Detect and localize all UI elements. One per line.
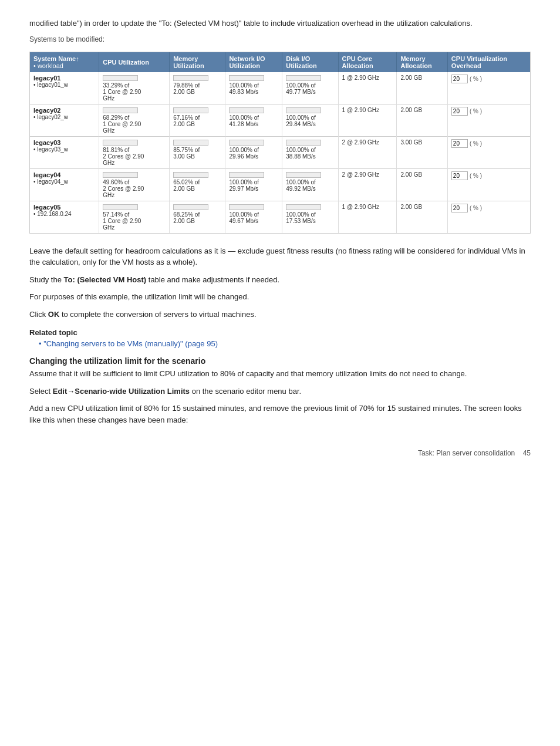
cell-cpu-alloc-2: 2 @ 2.90 GHz — [338, 136, 397, 168]
para3: For purposes of this example, the utiliz… — [29, 291, 531, 303]
cell-disk-util-1: 100.00% of 29.84 MB/s — [282, 104, 338, 136]
cell-cpu-virt-2: ( % ) — [447, 136, 530, 168]
cell-mem-alloc-4: 2.00 GB — [397, 201, 447, 233]
cell-net-util-3: 100.00% of 29.97 Mb/s — [225, 168, 282, 201]
cell-system-1: legacy02 • legacy02_w — [30, 104, 99, 136]
cell-system-3: legacy04 • legacy04_w — [30, 168, 99, 201]
bullet-link-item: • "Changing servers to be VMs (manually)… — [29, 339, 531, 348]
cell-mem-util-3: 65.02% of 2.00 GB — [170, 168, 225, 201]
cell-mem-alloc-1: 2.00 GB — [397, 104, 447, 136]
table-row: legacy05 • 192.168.0.24 57.14% of 1 Core… — [30, 201, 530, 233]
systems-table: System Name↑• workload CPU Utilization M… — [29, 52, 531, 234]
cell-mem-alloc-2: 3.00 GB — [397, 136, 447, 168]
cell-mem-alloc-3: 2.00 GB — [397, 168, 447, 201]
para2: Study the To: (Selected VM Host) table a… — [29, 274, 531, 286]
overhead-input-3[interactable] — [451, 171, 468, 180]
cell-net-util-0: 100.00% of 49.83 Mb/s — [225, 72, 282, 104]
cell-mem-util-0: 79.88% of 2.00 GB — [170, 72, 225, 104]
overhead-input-4[interactable] — [451, 204, 468, 212]
table-label: Systems to be modified: — [29, 35, 531, 43]
changing-servers-link[interactable]: • "Changing servers to be VMs (manually)… — [39, 339, 218, 348]
cell-net-util-1: 100.00% of 41.28 Mb/s — [225, 104, 282, 136]
section-para2: Select Edit→Scenario-wide Utilization Li… — [29, 386, 531, 397]
cell-cpu-util-0: 33.29% of 1 Core @ 2.90GHz — [99, 72, 170, 104]
para4: Click OK to complete the conversion of s… — [29, 309, 531, 320]
cell-cpu-util-2: 81.81% of 2 Cores @ 2.90GHz — [99, 136, 170, 168]
cell-cpu-alloc-0: 1 @ 2.90 GHz — [338, 72, 397, 104]
section-para1: Assume that it will be sufficient to lim… — [29, 368, 531, 380]
cell-disk-util-4: 100.00% of 17.53 MB/s — [282, 201, 338, 233]
cell-disk-util-3: 100.00% of 49.92 MB/s — [282, 168, 338, 201]
cell-net-util-2: 100.00% of 29.96 Mb/s — [225, 136, 282, 168]
table-row: legacy01 • legacy01_w 33.29% of 1 Core @… — [30, 72, 530, 104]
col-cpu-virt: CPU VirtualizationOverhead — [447, 52, 530, 72]
col-cpu-alloc: CPU CoreAllocation — [338, 52, 397, 72]
footer-page: 45 — [523, 449, 531, 457]
cell-system-4: legacy05 • 192.168.0.24 — [30, 201, 99, 233]
cell-cpu-virt-4: ( % ) — [447, 201, 530, 233]
col-mem-util: MemoryUtilization — [170, 52, 225, 72]
cell-net-util-4: 100.00% of 49.67 Mb/s — [225, 201, 282, 233]
cell-system-2: legacy03 • legacy03_w — [30, 136, 99, 168]
cell-mem-util-1: 67.16% of 2.00 GB — [170, 104, 225, 136]
col-net-util: Network I/OUtilization — [225, 52, 282, 72]
cell-mem-alloc-0: 2.00 GB — [397, 72, 447, 104]
col-cpu-util: CPU Utilization — [99, 52, 170, 72]
overhead-input-0[interactable] — [451, 75, 468, 83]
section-para3: Add a new CPU utilization limit of 80% f… — [29, 403, 531, 426]
cell-system-0: legacy01 • legacy01_w — [30, 72, 99, 104]
col-disk-util: Disk I/OUtilization — [282, 52, 338, 72]
intro-text: modified table") in order to update the … — [29, 18, 531, 29]
cell-cpu-virt-1: ( % ) — [447, 104, 530, 136]
table-row: legacy04 • legacy04_w 49.60% of 2 Cores … — [30, 168, 530, 201]
footer-text: Task: Plan server consolidation — [418, 449, 515, 457]
cell-cpu-alloc-4: 1 @ 2.90 GHz — [338, 201, 397, 233]
cell-disk-util-2: 100.00% of 38.88 MB/s — [282, 136, 338, 168]
table-section: Systems to be modified: System Name↑• wo… — [29, 35, 531, 234]
page-footer: Task: Plan server consolidation 45 — [29, 449, 531, 457]
cell-cpu-alloc-3: 2 @ 2.90 GHz — [338, 168, 397, 201]
table-row: legacy02 • legacy02_w 68.29% of 1 Core @… — [30, 104, 530, 136]
cell-cpu-alloc-1: 1 @ 2.90 GHz — [338, 104, 397, 136]
cell-cpu-virt-3: ( % ) — [447, 168, 530, 201]
overhead-input-1[interactable] — [451, 107, 468, 116]
related-topic-heading: Related topic — [29, 328, 531, 337]
col-mem-alloc: MemoryAllocation — [397, 52, 447, 72]
cell-cpu-util-1: 68.29% of 1 Core @ 2.90GHz — [99, 104, 170, 136]
cell-cpu-util-3: 49.60% of 2 Cores @ 2.90GHz — [99, 168, 170, 201]
col-system-name: System Name↑• workload — [30, 52, 99, 72]
overhead-input-2[interactable] — [451, 139, 468, 148]
cell-mem-util-4: 68.25% of 2.00 GB — [170, 201, 225, 233]
cell-cpu-virt-0: ( % ) — [447, 72, 530, 104]
cell-mem-util-2: 85.75% of 3.00 GB — [170, 136, 225, 168]
para1: Leave the default setting for headroom c… — [29, 245, 531, 268]
section-title: Changing the utilization limit for the s… — [29, 356, 531, 366]
cell-cpu-util-4: 57.14% of 1 Core @ 2.90GHz — [99, 201, 170, 233]
cell-disk-util-0: 100.00% of 49.77 MB/s — [282, 72, 338, 104]
table-row: legacy03 • legacy03_w 81.81% of 2 Cores … — [30, 136, 530, 168]
